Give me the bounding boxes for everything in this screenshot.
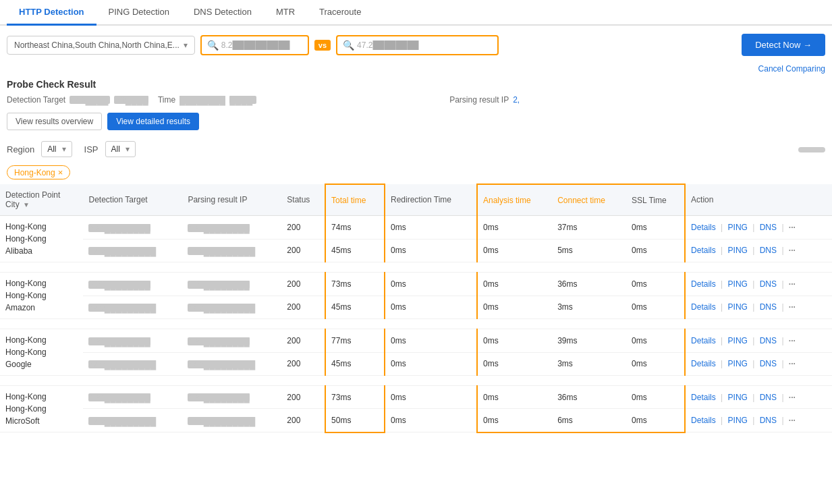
parsing-ip-blurred: 47.2█████████ (188, 360, 255, 368)
isp-filter-label: ISP (84, 144, 99, 155)
action-cell: Details | PING | DNS | ··· (685, 273, 832, 296)
region-filter-label: Region (7, 144, 34, 155)
status-cell: 200 (281, 216, 325, 240)
total-time-cell: 74ms (325, 216, 385, 240)
details-link[interactable]: Details (691, 336, 716, 345)
tab-http[interactable]: HTTP Detection (7, 0, 96, 26)
table-row: Hong-KongHong-KongAmazon8.21████████8.21… (0, 273, 832, 296)
tab-traceroute[interactable]: Traceroute (307, 0, 373, 26)
redirection-time-cell: 0ms (385, 386, 477, 409)
ping-link[interactable]: PING (728, 246, 748, 255)
ping-link[interactable]: PING (728, 223, 748, 232)
detection-target-cell: 47.2█████████ (83, 296, 182, 319)
dns-link[interactable]: DNS (760, 336, 777, 345)
search-input-2[interactable] (357, 40, 492, 50)
cancel-comparing-link[interactable]: Cancel Comparing (0, 64, 832, 74)
details-link[interactable]: Details (691, 359, 716, 368)
ping-link[interactable]: PING (728, 336, 748, 345)
details-link[interactable]: Details (691, 302, 716, 312)
more-actions-icon[interactable]: ··· (789, 302, 796, 312)
col-header-status: Status (281, 184, 325, 216)
status-cell: 200 (281, 352, 325, 376)
col-header-analysis-time: Analysis time (477, 184, 552, 216)
target-blurred: 8.21████████ (88, 337, 150, 345)
tab-mtr[interactable]: MTR (264, 0, 307, 26)
region-filter-value: All (47, 144, 56, 154)
tag-close-icon[interactable]: × (58, 167, 63, 177)
details-link[interactable]: Details (691, 279, 716, 289)
connect-time-cell: 36ms (552, 273, 626, 296)
tab-ping[interactable]: PING Detection (96, 0, 182, 26)
results-table: Detection Point City ▼ Detection Target … (0, 184, 832, 433)
parsing-ip-cell: 47.2█████████ (182, 296, 281, 319)
detection-point-cell: Hong-KongHong-KongMicroSoft (0, 386, 83, 432)
analysis-time-cell: 0ms (477, 329, 552, 353)
redirection-time-cell: 0ms (385, 409, 477, 432)
action-cell: Details | PING | DNS | ··· (685, 296, 832, 319)
ping-link[interactable]: PING (728, 393, 748, 402)
total-time-cell: 73ms (325, 273, 385, 296)
status-cell: 200 (281, 386, 325, 409)
region-filter-select[interactable]: All ▾ (41, 141, 72, 157)
dns-link[interactable]: DNS (760, 302, 777, 312)
more-actions-icon[interactable]: ··· (789, 223, 796, 232)
hong-kong-tag[interactable]: Hong-Kong × (7, 165, 70, 179)
action-cell: Details | PING | DNS | ··· (685, 216, 832, 240)
more-actions-icon[interactable]: ··· (789, 246, 796, 255)
parsing-ip-cell: 47.2█████████ (182, 239, 281, 262)
dns-link[interactable]: DNS (760, 416, 777, 425)
parsing-result-value[interactable]: 2, (513, 95, 520, 105)
more-actions-icon[interactable]: ··· (789, 336, 796, 345)
spacer-row (0, 319, 832, 329)
connect-time-cell: 39ms (552, 329, 626, 353)
spacer-row (0, 376, 832, 386)
ping-link[interactable]: PING (728, 359, 748, 368)
ssl-time-cell: 0ms (626, 216, 685, 240)
ping-link[interactable]: PING (728, 279, 748, 289)
redirection-time-cell: 0ms (385, 273, 477, 296)
view-results-overview-btn[interactable]: View results overview (7, 113, 102, 130)
parsing-ip-blurred: 47.2█████████ (188, 417, 255, 425)
details-link[interactable]: Details (691, 223, 716, 232)
dns-link[interactable]: DNS (760, 359, 777, 368)
more-actions-icon[interactable]: ··· (789, 279, 796, 289)
dns-link[interactable]: DNS (760, 393, 777, 402)
tag-row: Hong-Kong × (0, 163, 832, 184)
more-actions-icon[interactable]: ··· (789, 359, 796, 368)
total-time-cell: 45ms (325, 352, 385, 376)
detection-target-cell: 8.21████████ (83, 216, 182, 240)
action-cell: Details | PING | DNS | ··· (685, 352, 832, 376)
col-header-connect-time: Connect time (552, 184, 626, 216)
more-actions-icon[interactable]: ··· (789, 393, 796, 402)
ping-link[interactable]: PING (728, 416, 748, 425)
ping-link[interactable]: PING (728, 302, 748, 312)
detection-point-cell: Hong-KongHong-KongAlibaba (0, 216, 83, 262)
tab-dns[interactable]: DNS Detection (182, 0, 264, 26)
search-box-1: 🔍 (200, 35, 309, 55)
parsing-ip-blurred: 47.2█████████ (188, 247, 255, 255)
search-input-1[interactable] (221, 40, 302, 50)
isp-filter-value: All (111, 144, 120, 154)
more-actions-icon[interactable]: ··· (789, 416, 796, 425)
region-select[interactable]: Northeast China,South China,North China,… (7, 36, 195, 55)
details-link[interactable]: Details (691, 393, 716, 402)
details-link[interactable]: Details (691, 246, 716, 255)
dns-link[interactable]: DNS (760, 279, 777, 289)
dns-link[interactable]: DNS (760, 246, 777, 255)
detect-now-button[interactable]: Detect Now → (742, 34, 825, 56)
target-blurred: 8.21████████ (88, 224, 150, 232)
total-time-cell: 77ms (325, 329, 385, 353)
view-detailed-results-btn[interactable]: View detailed results (107, 113, 199, 130)
dns-link[interactable]: DNS (760, 223, 777, 232)
detection-target-cell: 47.2█████████ (83, 239, 182, 262)
table-header-row: Detection Point City ▼ Detection Target … (0, 184, 832, 216)
analysis-time-cell: 0ms (477, 296, 552, 319)
details-link[interactable]: Details (691, 416, 716, 425)
isp-filter-select[interactable]: All ▾ (105, 141, 136, 157)
detection-point-cell: Hong-KongHong-KongAmazon (0, 273, 83, 319)
ssl-time-cell: 0ms (626, 386, 685, 409)
parsing-ip-blurred: 8.21████████ (188, 393, 249, 401)
target-blurred: 8.21████████ (88, 393, 150, 401)
ssl-time-cell: 0ms (626, 296, 685, 319)
parsing-ip-blurred: 8.21████████ (188, 337, 249, 345)
